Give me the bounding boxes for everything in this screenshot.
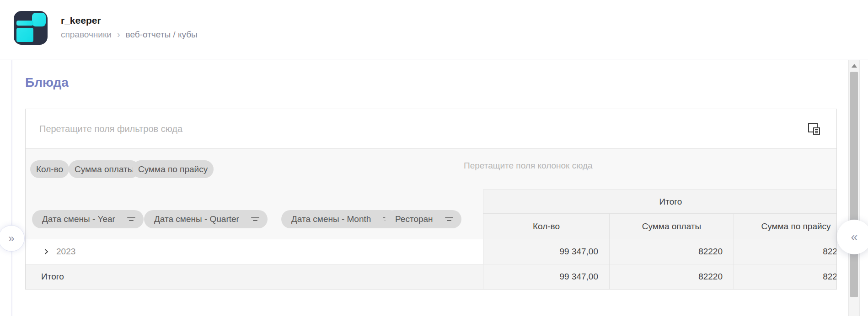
double-chevron-left-icon: « bbox=[851, 230, 857, 244]
column-drop-zone[interactable]: Перетащите поля колонок сюда bbox=[464, 161, 593, 171]
row-field-label: Дата смены - Quarter bbox=[154, 214, 239, 224]
data-cell: 82220 bbox=[609, 264, 734, 289]
column-header-cell[interactable]: Сумма оплаты bbox=[609, 213, 734, 239]
logo-shape-bar bbox=[16, 21, 33, 26]
header-filter-icon[interactable] bbox=[127, 217, 135, 221]
row-header-cell: 2023 bbox=[26, 239, 483, 264]
vertical-scrollbar[interactable] bbox=[848, 60, 860, 316]
app-logo bbox=[14, 11, 48, 45]
expand-drawer-button[interactable]: » bbox=[0, 225, 25, 252]
header-filter-icon[interactable] bbox=[445, 217, 453, 221]
breadcrumb-current: веб-отчеты / кубы bbox=[126, 30, 198, 40]
filter-drop-placeholder: Перетащите поля фильтров сюда bbox=[39, 124, 182, 134]
row-field-chip[interactable]: Дата смены - Year bbox=[32, 210, 144, 228]
column-header-cell[interactable]: Кол-во bbox=[483, 213, 609, 239]
data-field-label: Сумма оплаты bbox=[75, 164, 134, 174]
app-header: r_keeper справочники › веб-отчеты / кубы… bbox=[0, 0, 868, 59]
collapse-panel-button[interactable]: « bbox=[837, 220, 868, 254]
data-cell: 99 347,00 bbox=[483, 239, 609, 264]
row-field-label: Дата смены - Month bbox=[291, 214, 371, 224]
scroll-up-arrow-icon[interactable] bbox=[852, 64, 857, 68]
double-chevron-right-icon: » bbox=[8, 232, 14, 245]
app-screen: r_keeper справочники › веб-отчеты / кубы… bbox=[0, 0, 868, 316]
page-title: Блюда bbox=[25, 75, 69, 90]
app-title: r_keeper bbox=[61, 15, 101, 26]
data-field-chip[interactable]: Кол-во bbox=[30, 160, 69, 178]
scrollbar-thumb[interactable] bbox=[850, 72, 858, 297]
field-chooser-icon[interactable] bbox=[807, 122, 821, 136]
breadcrumb-section[interactable]: справочники bbox=[61, 30, 112, 40]
data-field-chip[interactable]: Сумма оплаты bbox=[69, 160, 139, 178]
logo-shape-top-right bbox=[32, 13, 46, 26]
left-drawer-border bbox=[11, 60, 12, 316]
row-field-label: Дата смены - Year bbox=[42, 214, 115, 224]
data-field-label: Кол-во bbox=[36, 164, 63, 174]
column-header-cell[interactable]: Сумма по прайсу bbox=[734, 213, 837, 239]
row-field-chip[interactable]: Ресторан bbox=[385, 210, 461, 228]
row-header-cell: Итого bbox=[26, 264, 483, 289]
data-cell: 99 347,00 bbox=[483, 264, 609, 289]
row-label: 2023 bbox=[56, 247, 75, 257]
data-cell: 82220 bbox=[734, 264, 837, 289]
data-field-chip[interactable]: Сумма по прайсу bbox=[132, 160, 214, 178]
breadcrumb: справочники › веб-отчеты / кубы bbox=[61, 29, 198, 40]
data-cell: 82220 bbox=[734, 239, 837, 264]
row-label: Итого bbox=[41, 272, 64, 282]
grand-total-column-header: Итого bbox=[483, 190, 837, 213]
data-field-label: Сумма по прайсу bbox=[138, 164, 208, 174]
pivot-grid-panel: Перетащите поля фильтров сюда Кол-во Сум… bbox=[25, 109, 837, 290]
row-field-chip[interactable]: Дата смены - Quarter bbox=[144, 210, 268, 228]
logo-shape-square bbox=[16, 28, 33, 42]
expand-row-icon[interactable] bbox=[43, 248, 50, 255]
filter-drop-zone[interactable]: Перетащите поля фильтров сюда bbox=[26, 109, 836, 149]
row-field-chip[interactable]: Дата смены - Month bbox=[281, 210, 399, 228]
header-filter-icon[interactable] bbox=[251, 217, 259, 221]
breadcrumb-separator-icon: › bbox=[117, 29, 120, 40]
data-cell: 82220 bbox=[609, 239, 734, 264]
row-field-label: Ресторан bbox=[395, 214, 433, 224]
